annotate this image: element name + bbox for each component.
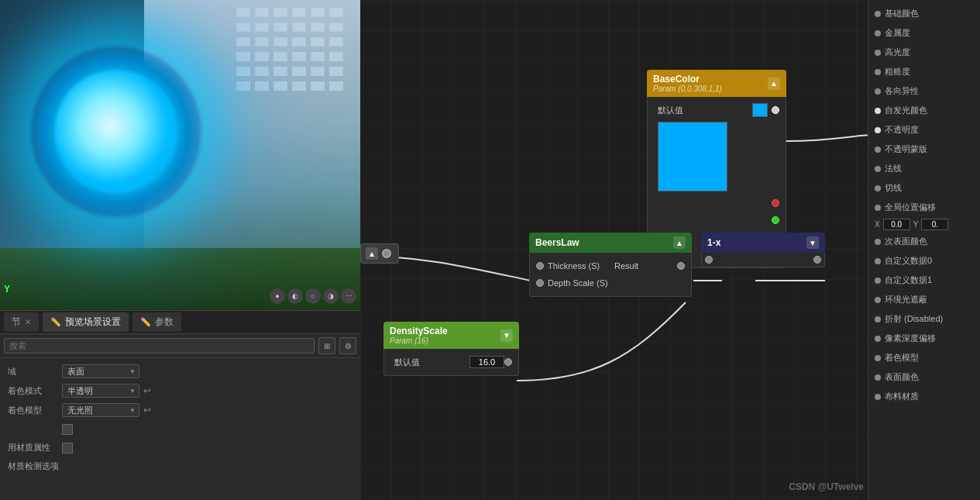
sidebar-item-pixeldepth[interactable]: 像素深度偏移 <box>868 329 980 348</box>
shade-reset-icon[interactable]: ↩ <box>143 405 151 416</box>
beerlaw-result-output[interactable] <box>677 262 685 270</box>
node-density: DensityScale Param (16) ▼ 默认值 <box>383 322 519 376</box>
props-toolbar: ⊞ ⚙ <box>0 334 360 358</box>
csdn-watermark: CSDN @UTwelve <box>789 481 864 492</box>
coord-y-label: Y <box>913 220 919 229</box>
basecolor-output-port[interactable] <box>772 106 779 114</box>
node-basecolor-header[interactable]: BaseColor Param (0,0.308,1,1) ▲ <box>647 70 786 97</box>
sidebar-item-tangent[interactable]: 切线 <box>868 178 980 198</box>
tab-params-label: 参数 <box>155 316 174 329</box>
sidebar-item-basecolor[interactable]: 基础颜色 <box>868 4 980 23</box>
sidebar-dot-surfacecolor <box>875 374 881 381</box>
sidebar-item-surfacecolor[interactable]: 表面颜色 <box>868 367 980 387</box>
sidebar-dot-opacity <box>875 127 881 133</box>
basecolor-color-swatch-small[interactable] <box>752 103 768 117</box>
sidebar-dot-pixeldepth <box>875 336 881 342</box>
coord-y-input[interactable] <box>921 219 948 230</box>
shade-dropdown[interactable]: 无光照 <box>62 403 139 417</box>
collapsed-input-port[interactable] <box>382 249 391 258</box>
sidebar-dot-basecolor <box>875 11 881 17</box>
sidebar-item-shademodel[interactable]: 着色模型 <box>868 348 980 367</box>
viewport-icon-sphere[interactable]: ● <box>270 288 285 304</box>
basecolor-collapse-btn[interactable]: ▲ <box>768 78 780 90</box>
grid-view-button[interactable]: ⊞ <box>318 337 335 354</box>
basecolor-r-port[interactable] <box>772 199 779 207</box>
sidebar-item-anisotropy[interactable]: 各向异性 <box>868 81 980 101</box>
node-graph-panel[interactable]: ▲ BaseColor Param (0,0.308,1,1) ▲ 默认值 <box>360 0 868 500</box>
material-checkbox[interactable] <box>62 424 73 435</box>
sidebar-item-custom0[interactable]: 自定义数据0 <box>868 251 980 271</box>
sidebar-item-normal[interactable]: 法线 <box>868 159 980 178</box>
prop-matprops-row: 用材质属性 <box>4 439 356 457</box>
blend-dropdown-wrap: 半透明 <box>62 384 139 398</box>
viewport-icon-flat[interactable]: ◐ <box>287 288 303 304</box>
sidebar-item-refraction[interactable]: 折射 (Disabled) <box>868 309 980 329</box>
coord-x-input[interactable] <box>883 219 910 230</box>
building-windows <box>236 8 345 122</box>
basecolor-color-display[interactable] <box>658 122 727 191</box>
sidebar-dot-anisotropy <box>875 88 881 95</box>
beerlaw-depth-label: Depth Scale (S) <box>544 278 685 288</box>
props-panel: 域 表面 着色模式 半透明 <box>0 358 360 500</box>
viewport-3d[interactable]: Y <box>0 0 360 310</box>
viewport-icon-wire[interactable]: ○ <box>305 288 321 304</box>
sidebar-item-ao[interactable]: 环境光遮蔽 <box>868 290 980 309</box>
tab-params[interactable]: ✏️ 参数 <box>132 312 181 332</box>
blend-dropdown[interactable]: 半透明 <box>62 384 139 398</box>
main-container: Y ● ◐ ○ ◑ ⋯ 节 ✕ ✏️ 预览场景设置 ✏️ <box>0 0 980 500</box>
density-output-port[interactable] <box>504 358 512 366</box>
node-density-header[interactable]: DensityScale Param (16) ▼ <box>383 322 519 349</box>
y-axis-label: Y <box>4 284 10 295</box>
basecolor-g-port[interactable] <box>772 216 779 224</box>
viewport-icon-more[interactable]: ⋯ <box>341 288 356 304</box>
matprops-checkbox[interactable] <box>62 443 73 453</box>
oneminusx-collapse-btn[interactable]: ▼ <box>806 236 819 249</box>
node-density-body: 默认值 <box>383 349 519 376</box>
node-beerlaw-header[interactable]: BeersLaw ▲ <box>529 233 692 253</box>
settings-button[interactable]: ⚙ <box>339 337 356 354</box>
blend-reset-icon[interactable]: ↩ <box>143 385 151 396</box>
sidebar-dot-roughness <box>875 69 881 75</box>
coord-x-label: X <box>875 220 880 229</box>
sidebar-label-specular: 高光度 <box>885 47 910 58</box>
viewport-icon-solid[interactable]: ◑ <box>323 288 339 304</box>
sidebar-item-subsurface[interactable]: 次表面颜色 <box>868 232 980 251</box>
sidebar-item-emissive[interactable]: 自发光颜色 <box>868 101 980 120</box>
tab-jie[interactable]: 节 ✕ <box>4 312 39 332</box>
coord-row: X Y <box>868 217 980 232</box>
collapsed-expand-btn[interactable]: ▲ <box>366 247 378 260</box>
oneminusx-input[interactable] <box>705 256 713 264</box>
sidebar-label-subsurface: 次表面颜色 <box>885 236 927 247</box>
sidebar-item-custom1[interactable]: 自定义数据1 <box>868 271 980 290</box>
density-collapse-btn[interactable]: ▼ <box>500 329 513 342</box>
node-oneminusx-title: 1-x <box>707 237 720 248</box>
sidebar-dot-custom1 <box>875 278 881 284</box>
right-sidebar: 基础颜色 金属度 高光度 粗糙度 各向异性 自发光颜色 不透明度 不透明蒙版 <box>868 0 980 500</box>
node-oneminusx-header[interactable]: 1-x ▼ <box>701 233 825 253</box>
oneminusx-output[interactable] <box>813 256 821 264</box>
beerlaw-collapse-btn[interactable]: ▲ <box>673 236 686 249</box>
sidebar-dot-refraction <box>875 316 881 322</box>
sidebar-label-custom1: 自定义数据1 <box>885 274 932 286</box>
collapsed-node-bar[interactable]: ▲ <box>360 243 399 264</box>
sidebar-item-worldoffset[interactable]: 全局位置偏移 <box>868 198 980 217</box>
node-density-subtitle: Param (16) <box>390 336 448 345</box>
sidebar-item-roughness[interactable]: 粗糙度 <box>868 62 980 81</box>
sidebar-dot-normal <box>875 166 881 172</box>
sidebar-dot-emissive <box>875 108 881 114</box>
blue-orb-effect <box>31 47 201 217</box>
beerlaw-depth-input[interactable] <box>536 279 544 287</box>
node-beerlaw: BeersLaw ▲ Thickness (S) Result Depth Sc… <box>529 233 692 297</box>
sidebar-item-specular[interactable]: 高光度 <box>868 43 980 62</box>
tab-preview[interactable]: ✏️ 预览场景设置 <box>43 312 129 332</box>
sidebar-item-clothmat[interactable]: 布料材质 <box>868 387 980 406</box>
beerlaw-thickness-input[interactable] <box>536 262 544 270</box>
sidebar-dot-tangent <box>875 185 881 191</box>
domain-dropdown[interactable]: 表面 <box>62 364 139 378</box>
tab-jie-close[interactable]: ✕ <box>25 318 31 326</box>
search-input[interactable] <box>4 338 315 353</box>
density-default-value[interactable] <box>469 356 504 368</box>
sidebar-item-metalness[interactable]: 金属度 <box>868 23 980 43</box>
sidebar-item-opmask[interactable]: 不透明蒙版 <box>868 140 980 159</box>
sidebar-item-opacity[interactable]: 不透明度 <box>868 120 980 140</box>
